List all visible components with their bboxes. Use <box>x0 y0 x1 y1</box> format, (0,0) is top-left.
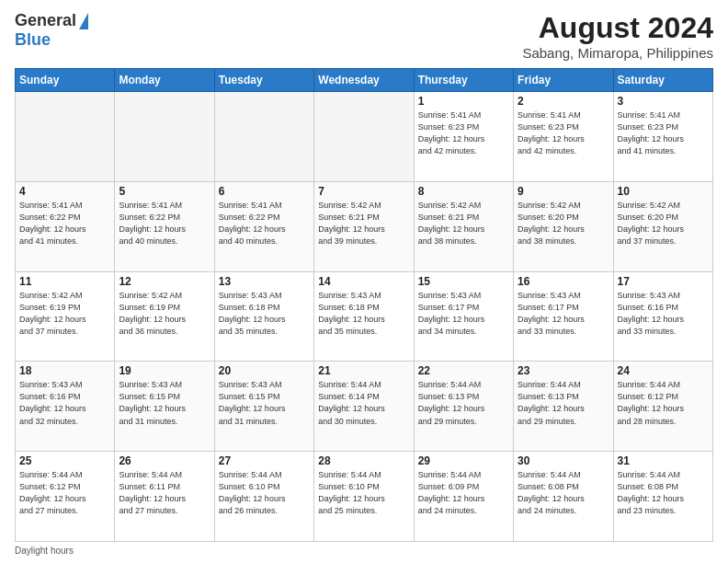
calendar-day-cell: 29Sunrise: 5:44 AM Sunset: 6:09 PM Dayli… <box>414 452 513 542</box>
day-number: 18 <box>19 364 110 377</box>
calendar-day-header: Saturday <box>613 69 712 92</box>
day-info: Sunrise: 5:42 AM Sunset: 6:19 PM Dayligh… <box>19 290 110 338</box>
day-number: 31 <box>618 454 709 467</box>
day-number: 4 <box>19 185 110 198</box>
calendar-day-cell: 11Sunrise: 5:42 AM Sunset: 6:19 PM Dayli… <box>16 271 115 362</box>
day-number: 27 <box>219 454 310 467</box>
footer: Daylight hours <box>15 546 713 556</box>
calendar-day-cell: 18Sunrise: 5:43 AM Sunset: 6:16 PM Dayli… <box>16 362 115 452</box>
calendar-day-cell: 22Sunrise: 5:44 AM Sunset: 6:13 PM Dayli… <box>414 362 513 452</box>
daylight-hours-label: Daylight hours <box>15 546 74 556</box>
header: General Blue August 2024 Sabang, Mimarop… <box>15 11 713 61</box>
calendar-day-cell: 28Sunrise: 5:44 AM Sunset: 6:10 PM Dayli… <box>314 452 414 542</box>
day-info: Sunrise: 5:44 AM Sunset: 6:10 PM Dayligh… <box>318 469 409 517</box>
day-number: 8 <box>418 185 509 198</box>
day-number: 10 <box>618 185 709 198</box>
day-info: Sunrise: 5:42 AM Sunset: 6:21 PM Dayligh… <box>318 200 409 247</box>
day-info: Sunrise: 5:41 AM Sunset: 6:23 PM Dayligh… <box>518 109 609 157</box>
day-number: 28 <box>318 454 409 467</box>
day-info: Sunrise: 5:42 AM Sunset: 6:21 PM Dayligh… <box>418 200 509 247</box>
day-number: 3 <box>618 95 709 108</box>
calendar-week-row: 25Sunrise: 5:44 AM Sunset: 6:12 PM Dayli… <box>16 452 713 542</box>
day-number: 13 <box>219 275 310 288</box>
calendar-day-cell: 10Sunrise: 5:42 AM Sunset: 6:20 PM Dayli… <box>613 181 712 271</box>
calendar-day-cell: 17Sunrise: 5:43 AM Sunset: 6:16 PM Dayli… <box>613 271 712 362</box>
day-info: Sunrise: 5:44 AM Sunset: 6:11 PM Dayligh… <box>119 469 210 517</box>
day-info: Sunrise: 5:42 AM Sunset: 6:20 PM Dayligh… <box>518 200 609 247</box>
day-number: 24 <box>618 364 709 377</box>
day-number: 20 <box>219 364 310 377</box>
day-info: Sunrise: 5:43 AM Sunset: 6:17 PM Dayligh… <box>518 290 609 338</box>
day-number: 16 <box>518 275 609 288</box>
calendar-day-cell: 12Sunrise: 5:42 AM Sunset: 6:19 PM Dayli… <box>115 271 214 362</box>
calendar-day-cell: 6Sunrise: 5:41 AM Sunset: 6:22 PM Daylig… <box>214 181 313 271</box>
calendar-day-header: Thursday <box>414 69 513 92</box>
calendar-day-cell: 16Sunrise: 5:43 AM Sunset: 6:17 PM Dayli… <box>514 271 613 362</box>
calendar-day-cell: 9Sunrise: 5:42 AM Sunset: 6:20 PM Daylig… <box>514 181 613 271</box>
day-info: Sunrise: 5:44 AM Sunset: 6:13 PM Dayligh… <box>518 379 609 427</box>
calendar-day-cell: 24Sunrise: 5:44 AM Sunset: 6:12 PM Dayli… <box>613 362 712 452</box>
title-area: August 2024 Sabang, Mimaropa, Philippine… <box>522 11 713 61</box>
day-number: 23 <box>518 364 609 377</box>
day-number: 30 <box>518 454 609 467</box>
calendar-table: SundayMondayTuesdayWednesdayThursdayFrid… <box>15 68 713 542</box>
calendar-day-cell <box>214 92 313 182</box>
logo-area: General Blue <box>15 11 88 50</box>
day-info: Sunrise: 5:44 AM Sunset: 6:09 PM Dayligh… <box>418 469 509 517</box>
day-info: Sunrise: 5:41 AM Sunset: 6:22 PM Dayligh… <box>19 200 110 247</box>
calendar-day-cell: 19Sunrise: 5:43 AM Sunset: 6:15 PM Dayli… <box>115 362 214 452</box>
calendar-day-cell: 30Sunrise: 5:44 AM Sunset: 6:08 PM Dayli… <box>514 452 613 542</box>
calendar-day-cell: 20Sunrise: 5:43 AM Sunset: 6:15 PM Dayli… <box>214 362 313 452</box>
day-info: Sunrise: 5:44 AM Sunset: 6:10 PM Dayligh… <box>219 469 310 517</box>
calendar-header-row: SundayMondayTuesdayWednesdayThursdayFrid… <box>16 69 713 92</box>
day-number: 14 <box>318 275 409 288</box>
page: General Blue August 2024 Sabang, Mimarop… <box>0 0 728 563</box>
calendar-day-cell: 27Sunrise: 5:44 AM Sunset: 6:10 PM Dayli… <box>214 452 313 542</box>
day-info: Sunrise: 5:44 AM Sunset: 6:08 PM Dayligh… <box>518 469 609 517</box>
day-number: 25 <box>19 454 110 467</box>
day-info: Sunrise: 5:43 AM Sunset: 6:15 PM Dayligh… <box>219 379 310 427</box>
calendar-day-cell <box>16 92 115 182</box>
day-number: 6 <box>219 185 310 198</box>
logo-blue-text: Blue <box>15 30 51 50</box>
calendar-day-cell: 15Sunrise: 5:43 AM Sunset: 6:17 PM Dayli… <box>414 271 513 362</box>
calendar-day-cell: 1Sunrise: 5:41 AM Sunset: 6:23 PM Daylig… <box>414 92 513 182</box>
calendar-day-cell: 5Sunrise: 5:41 AM Sunset: 6:22 PM Daylig… <box>115 181 214 271</box>
calendar-day-cell: 26Sunrise: 5:44 AM Sunset: 6:11 PM Dayli… <box>115 452 214 542</box>
day-number: 15 <box>418 275 509 288</box>
day-info: Sunrise: 5:43 AM Sunset: 6:17 PM Dayligh… <box>418 290 509 338</box>
calendar-day-cell: 2Sunrise: 5:41 AM Sunset: 6:23 PM Daylig… <box>514 92 613 182</box>
calendar-day-cell: 4Sunrise: 5:41 AM Sunset: 6:22 PM Daylig… <box>16 181 115 271</box>
calendar-day-cell: 14Sunrise: 5:43 AM Sunset: 6:18 PM Dayli… <box>314 271 414 362</box>
day-number: 21 <box>318 364 409 377</box>
calendar-day-header: Friday <box>514 69 613 92</box>
day-number: 19 <box>119 364 210 377</box>
day-info: Sunrise: 5:42 AM Sunset: 6:19 PM Dayligh… <box>119 290 210 338</box>
calendar-day-cell: 7Sunrise: 5:42 AM Sunset: 6:21 PM Daylig… <box>314 181 414 271</box>
calendar-week-row: 4Sunrise: 5:41 AM Sunset: 6:22 PM Daylig… <box>16 181 713 271</box>
day-info: Sunrise: 5:44 AM Sunset: 6:12 PM Dayligh… <box>19 469 110 517</box>
day-number: 29 <box>418 454 509 467</box>
day-info: Sunrise: 5:42 AM Sunset: 6:20 PM Dayligh… <box>618 200 709 247</box>
day-number: 7 <box>318 185 409 198</box>
day-number: 5 <box>119 185 210 198</box>
calendar-day-cell: 13Sunrise: 5:43 AM Sunset: 6:18 PM Dayli… <box>214 271 313 362</box>
day-info: Sunrise: 5:43 AM Sunset: 6:16 PM Dayligh… <box>618 290 709 338</box>
day-info: Sunrise: 5:41 AM Sunset: 6:22 PM Dayligh… <box>119 200 210 247</box>
day-number: 9 <box>518 185 609 198</box>
day-info: Sunrise: 5:44 AM Sunset: 6:13 PM Dayligh… <box>418 379 509 427</box>
calendar-week-row: 1Sunrise: 5:41 AM Sunset: 6:23 PM Daylig… <box>16 92 713 182</box>
day-number: 26 <box>119 454 210 467</box>
day-number: 11 <box>19 275 110 288</box>
sub-title: Sabang, Mimaropa, Philippines <box>522 45 713 61</box>
day-info: Sunrise: 5:41 AM Sunset: 6:23 PM Dayligh… <box>618 109 709 157</box>
day-info: Sunrise: 5:43 AM Sunset: 6:18 PM Dayligh… <box>318 290 409 338</box>
calendar-day-cell: 25Sunrise: 5:44 AM Sunset: 6:12 PM Dayli… <box>16 452 115 542</box>
calendar-day-header: Tuesday <box>214 69 313 92</box>
logo-triangle-icon <box>79 13 88 29</box>
calendar-day-cell: 21Sunrise: 5:44 AM Sunset: 6:14 PM Dayli… <box>314 362 414 452</box>
logo-general-text: General <box>15 11 76 30</box>
day-info: Sunrise: 5:43 AM Sunset: 6:15 PM Dayligh… <box>119 379 210 427</box>
main-title: August 2024 <box>522 11 713 45</box>
calendar-day-cell: 31Sunrise: 5:44 AM Sunset: 6:08 PM Dayli… <box>613 452 712 542</box>
